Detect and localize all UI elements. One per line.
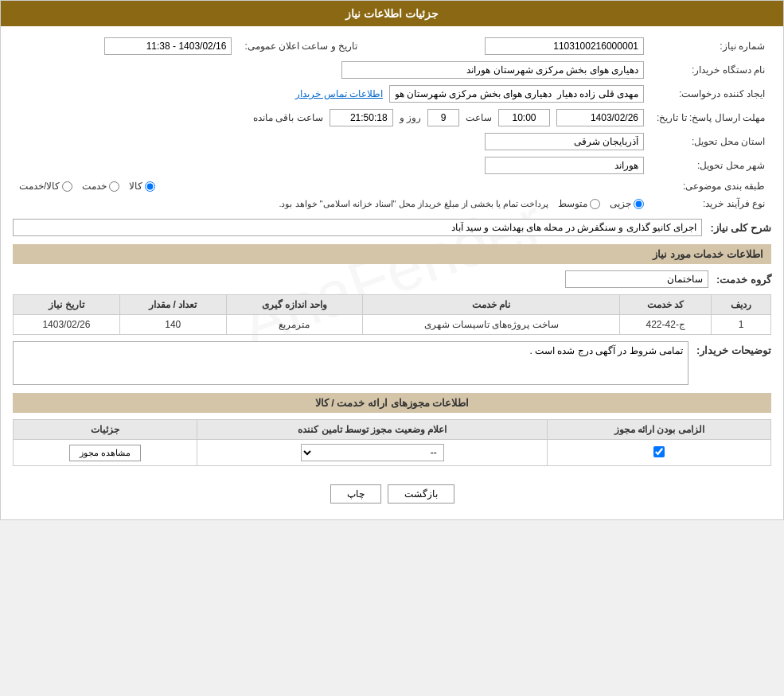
sharh-section: شرح کلی نیاز: (13, 219, 771, 236)
col-kod: کد خدمت (620, 295, 712, 315)
col-joziat: جزئیات (14, 420, 197, 440)
sharh-input-container (13, 219, 702, 236)
cell-tarikh: 1403/02/26 (14, 315, 120, 335)
ijad-konande-row: اطلاعات تماس خریدار (13, 82, 650, 106)
col-tedad: تعداد / مقدار (119, 295, 226, 315)
ijad-konande-label: ایجاد کننده درخواست: (650, 82, 771, 106)
khadamat-section-title: اطلاعات خدمات مورد نیاز (13, 244, 771, 264)
shomara-niaz-value (373, 34, 650, 58)
tabaqe-row: کالا/خدمت خدمت کالا (13, 177, 650, 195)
tabaqe-khedmat-label: خدمت (82, 181, 107, 192)
saat-label: ساعت (466, 112, 492, 123)
print-button[interactable]: چاپ (330, 484, 381, 504)
back-button[interactable]: بازگشت (388, 484, 454, 504)
goroh-label: گروه خدمت: (716, 274, 771, 286)
mohlat-date-input[interactable] (556, 109, 644, 126)
elzami-checkbox[interactable] (653, 446, 665, 457)
nawee-jozei-label: جزیی (610, 198, 631, 209)
col-vahed: واحد اندازه گیری (226, 295, 362, 315)
mojozat-joziat: مشاهده مجوز (14, 440, 197, 466)
nawee-desc: پرداخت تمام یا بخشی از مبلغ خریداز محل "… (279, 199, 548, 209)
ostan-label: استان محل تحویل: (650, 130, 771, 154)
goroh-row: گروه خدمت: (13, 270, 771, 288)
top-info-table: شماره نیاز: تاریخ و ساعت اعلان عمومی: نا… (13, 34, 771, 212)
shomara-niaz-input[interactable] (485, 37, 644, 55)
shahr-value (13, 154, 650, 177)
cell-tedad: 140 (119, 315, 226, 335)
tabaqe-kala-item: کالا (129, 181, 155, 192)
goroh-input[interactable] (565, 270, 708, 288)
tabaqe-kala-khedmat-label: کالا/خدمت (19, 181, 60, 192)
tarikh-value (13, 34, 238, 58)
mohlat-roz-input[interactable] (427, 109, 459, 126)
nawee-motavaset-item: متوسط (558, 198, 600, 209)
cell-vahed: مترمربع (226, 315, 362, 335)
nam-dastgah-input[interactable] (341, 61, 644, 79)
tarikh-input[interactable] (104, 37, 232, 55)
sharh-label: شرح کلی نیاز: (710, 219, 771, 234)
tabaqe-kala-label: کالا (129, 181, 142, 192)
nawee-jozei-item: جزیی (610, 198, 644, 209)
tabaqe-kala-khedmat-item: کالا/خدمت (19, 181, 72, 192)
mojozat-row: --مشاهده مجوز (14, 440, 771, 466)
col-tarikh: تاریخ نیاز (14, 295, 120, 315)
col-elzami: الزامی بودن ارائه مجوز (548, 420, 771, 440)
view-mojoz-button[interactable]: مشاهده مجوز (69, 445, 141, 461)
cell-nam: ساخت پروژه‌های تاسیسات شهری (362, 315, 619, 335)
nawee-motavaset-radio[interactable] (590, 199, 600, 209)
nawee-row: پرداخت تمام یا بخشی از مبلغ خریداز محل "… (13, 195, 650, 212)
mojozat-elzami (548, 440, 771, 466)
cell-radif: 1 (712, 315, 771, 335)
toseehat-label: توضیحات خریدار: (696, 341, 771, 356)
nam-dastgah-label: نام دستگاه خریدار: (650, 58, 771, 82)
toseehat-section: توضیحات خریدار: (13, 341, 771, 385)
mojozat-table: الزامی بودن ارائه مجوز اعلام وضعیت مجوز … (13, 419, 771, 466)
nawee-label: نوع فرآیند خرید: (650, 195, 771, 212)
elam-select[interactable]: -- (301, 444, 444, 461)
ostan-value (13, 130, 650, 154)
mojozat-elam: -- (197, 440, 548, 466)
toseehat-input-container (13, 341, 688, 385)
tamase-kharidar-link[interactable]: اطلاعات تماس خریدار (295, 88, 383, 99)
tarikh-label: تاریخ و ساعت اعلان عمومی: (238, 34, 373, 58)
mohlat-time-input[interactable] (330, 109, 393, 126)
mohlat-row: ساعت باقی مانده روز و ساعت (13, 106, 650, 130)
tabaqe-label: طبقه بندی موضوعی: (650, 177, 771, 195)
tabaqe-kala-khedmat-radio[interactable] (62, 181, 72, 192)
table-row: 1ج-42-422ساخت پروژه‌های تاسیسات شهریمترم… (14, 315, 771, 335)
shahr-label: شهر محل تحویل: (650, 154, 771, 177)
ijad-konande-input[interactable] (389, 85, 644, 103)
shomara-niaz-label: شماره نیاز: (650, 34, 771, 58)
sharh-input[interactable] (13, 219, 702, 236)
mohlat-saat-input[interactable] (498, 109, 550, 126)
roz-label: روز و (400, 112, 421, 123)
footer-buttons: بازگشت چاپ (13, 472, 771, 511)
mohlat-label: مهلت ارسال پاسخ: تا تاریخ: (650, 106, 771, 130)
col-elam: اعلام وضعیت مجوز توسط تامین کننده (197, 420, 548, 440)
tabaqe-khedmat-radio[interactable] (109, 181, 119, 192)
toseehat-textarea[interactable] (13, 341, 688, 385)
baqi-mande-label: ساعت باقی مانده (253, 112, 323, 123)
ostan-input[interactable] (485, 133, 644, 150)
col-radif: ردیف (712, 295, 771, 315)
tabaqe-khedmat-item: خدمت (82, 181, 119, 192)
page-header: جزئیات اطلاعات نیاز (1, 1, 783, 26)
mojozat-section-title: اطلاعات مجوزهای ارائه خدمت / کالا (13, 393, 771, 413)
nawee-motavaset-label: متوسط (558, 198, 587, 209)
cell-kod: ج-42-422 (620, 315, 712, 335)
nawee-jozei-radio[interactable] (634, 199, 644, 209)
nam-dastgah-value (13, 58, 650, 82)
tabaqe-kala-radio[interactable] (145, 181, 155, 192)
shahr-input[interactable] (485, 157, 644, 174)
col-nam: نام خدمت (362, 295, 619, 315)
khadamat-table: ردیف کد خدمت نام خدمت واحد اندازه گیری ت… (13, 294, 771, 335)
